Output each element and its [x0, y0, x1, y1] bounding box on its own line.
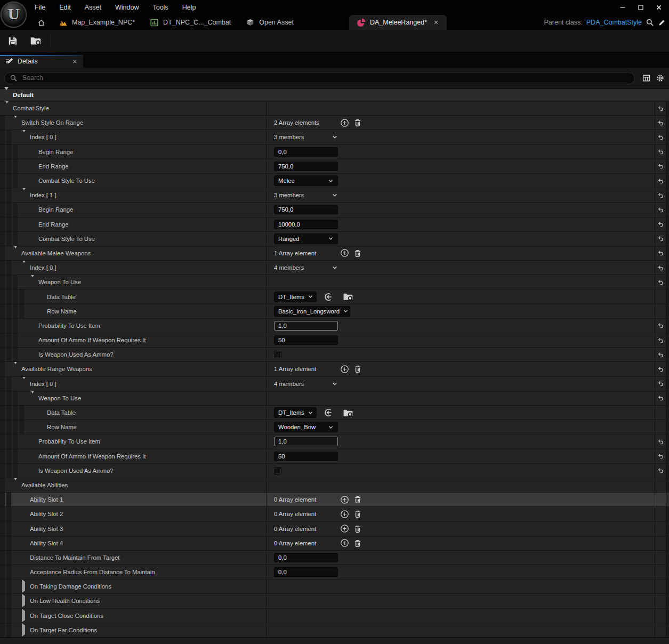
clear-array-button[interactable]	[353, 525, 362, 533]
value-dropdown[interactable]: DT_Items	[274, 292, 317, 302]
value-dropdown[interactable]: Basic_Iron_Longsword	[274, 306, 350, 317]
parent-class-link[interactable]: PDA_CombatStyle	[586, 19, 642, 26]
menu-edit[interactable]: Edit	[52, 0, 78, 15]
value-dropdown[interactable]: Melee	[274, 175, 338, 186]
expander-arrow[interactable]	[30, 393, 35, 403]
expander-arrow[interactable]	[22, 132, 26, 142]
maximize-button[interactable]	[632, 0, 650, 15]
add-element-button[interactable]	[340, 524, 349, 533]
expander-arrow[interactable]	[22, 625, 25, 635]
menu-window[interactable]: Window	[108, 0, 146, 15]
value-input[interactable]: 750,0	[274, 205, 338, 214]
value-input[interactable]: 750,0	[274, 162, 338, 171]
expander-arrow[interactable]	[13, 364, 18, 374]
reset-to-default-button[interactable]	[657, 467, 664, 474]
category-expander-arrow[interactable]	[4, 90, 9, 100]
browse-to-asset-button[interactable]	[343, 292, 354, 302]
clear-array-button[interactable]	[353, 510, 362, 518]
asset-tab-dt-npc-c-combat[interactable]: DT_NPC_C..._Combat	[142, 15, 238, 30]
add-element-button[interactable]	[340, 365, 349, 374]
clear-array-button[interactable]	[353, 539, 362, 548]
reset-to-default-button[interactable]	[657, 380, 664, 387]
search-input[interactable]	[21, 74, 630, 82]
value-input[interactable]: 1,0	[274, 321, 338, 331]
value-checkbox[interactable]	[274, 351, 281, 358]
expander-arrow[interactable]	[22, 379, 26, 389]
use-selected-asset-button[interactable]	[324, 408, 333, 417]
expander-arrow[interactable]	[13, 118, 18, 127]
category-default[interactable]: Default	[0, 88, 669, 101]
reset-to-default-button[interactable]	[657, 279, 664, 286]
browse-to-asset-button[interactable]	[30, 35, 42, 46]
value-dropdown[interactable]: Ranged	[274, 234, 338, 244]
add-element-button[interactable]	[340, 495, 349, 504]
tab-close-icon[interactable]	[433, 19, 439, 26]
reset-to-default-button[interactable]	[657, 322, 664, 329]
home-button[interactable]	[35, 15, 47, 30]
browse-to-asset-button[interactable]	[343, 408, 354, 418]
reset-to-default-button[interactable]	[657, 148, 664, 155]
minimize-button[interactable]	[614, 0, 632, 15]
reset-to-default-button[interactable]	[657, 192, 664, 199]
clear-array-button[interactable]	[353, 249, 362, 257]
search-box[interactable]	[4, 72, 635, 84]
reset-to-default-button[interactable]	[657, 221, 664, 228]
members-dropdown[interactable]: 3 members	[274, 134, 338, 140]
menu-file[interactable]: File	[28, 0, 52, 15]
expander-arrow[interactable]	[22, 190, 26, 200]
details-tab-close-icon[interactable]	[71, 58, 78, 65]
expander-arrow[interactable]	[22, 582, 25, 591]
expander-arrow[interactable]	[5, 103, 9, 113]
reset-to-default-button[interactable]	[657, 395, 664, 401]
reset-to-default-button[interactable]	[657, 178, 664, 184]
display-filter-button[interactable]	[642, 74, 651, 83]
reset-to-default-button[interactable]	[657, 438, 664, 445]
use-selected-asset-button[interactable]	[324, 292, 333, 302]
clear-array-button[interactable]	[353, 365, 362, 373]
clear-array-button[interactable]	[353, 495, 362, 504]
members-dropdown[interactable]: 4 members	[274, 381, 338, 387]
edit-parent-class-button[interactable]	[658, 19, 666, 27]
asset-tab-map-example-npc-[interactable]: Map_Example_NPC*	[51, 15, 142, 30]
value-input[interactable]: 50	[274, 335, 338, 345]
add-element-button[interactable]	[340, 118, 349, 127]
expander-arrow[interactable]	[30, 277, 35, 287]
menu-asset[interactable]: Asset	[78, 0, 108, 15]
expander-arrow[interactable]	[22, 263, 26, 272]
expander-arrow[interactable]	[13, 248, 18, 258]
reset-to-default-button[interactable]	[657, 351, 664, 358]
menu-help[interactable]: Help	[175, 0, 203, 15]
asset-tab-open-asset[interactable]: Open Asset	[238, 15, 301, 30]
value-input[interactable]: 1,0	[274, 437, 338, 446]
settings-button[interactable]	[656, 74, 665, 83]
value-dropdown[interactable]: DT_Items	[274, 407, 317, 418]
value-input[interactable]: 10000,0	[274, 220, 338, 229]
value-dropdown[interactable]: Wooden_Bow	[274, 422, 338, 432]
save-button[interactable]	[7, 36, 18, 46]
clear-array-button[interactable]	[353, 118, 362, 127]
expander-arrow[interactable]	[22, 596, 25, 606]
reset-to-default-button[interactable]	[657, 453, 664, 460]
members-dropdown[interactable]: 3 members	[274, 192, 338, 198]
reset-to-default-button[interactable]	[657, 249, 664, 256]
value-input[interactable]: 0,0	[274, 147, 338, 157]
asset-tab-da-meleeranged-[interactable]: DA_MeleeRanged*	[349, 15, 447, 30]
reset-to-default-button[interactable]	[657, 337, 664, 344]
add-element-button[interactable]	[340, 248, 349, 257]
tab-details[interactable]: Details	[0, 55, 83, 68]
reset-to-default-button[interactable]	[657, 366, 664, 373]
find-parent-class-button[interactable]	[646, 18, 654, 27]
reset-to-default-button[interactable]	[657, 235, 664, 242]
add-element-button[interactable]	[340, 538, 349, 548]
add-element-button[interactable]	[340, 510, 349, 519]
reset-to-default-button[interactable]	[657, 134, 664, 141]
members-dropdown[interactable]: 4 members	[274, 264, 338, 271]
value-checkbox[interactable]	[274, 467, 281, 474]
reset-to-default-button[interactable]	[657, 119, 664, 126]
reset-to-default-button[interactable]	[657, 163, 664, 170]
value-input[interactable]: 0,0	[274, 567, 338, 577]
reset-to-default-button[interactable]	[657, 206, 664, 213]
value-input[interactable]: 50	[274, 452, 338, 461]
value-input[interactable]: 0,0	[274, 553, 338, 562]
close-button[interactable]	[650, 0, 668, 15]
